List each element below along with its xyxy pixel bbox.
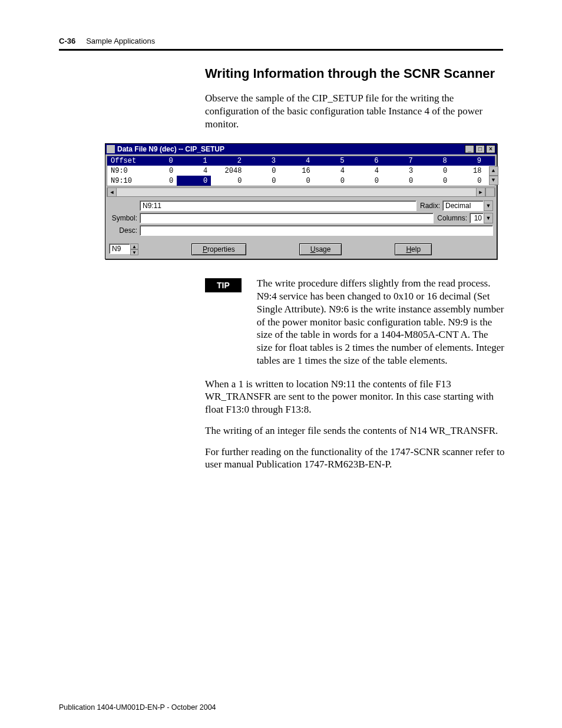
paragraph: The writing of an integer file sends the… [205, 424, 505, 437]
radix-value: Decimal [442, 200, 484, 211]
address-label [109, 202, 137, 210]
sizegrip-icon[interactable] [485, 187, 495, 197]
data-file-window: Data File N9 (dec) -- CIP_SETUP _ □ × Of… [105, 143, 497, 259]
scroll-down-icon[interactable]: ▼ [489, 176, 498, 185]
col-2: 2 [211, 156, 245, 166]
tip-text: The write procedure differs slightly fro… [257, 277, 505, 367]
grid-cell[interactable]: 0 [245, 176, 279, 186]
chevron-down-icon[interactable]: ▼ [484, 200, 493, 211]
col-5: 5 [314, 156, 348, 166]
close-button[interactable]: × [486, 145, 495, 153]
desc-field[interactable] [140, 225, 493, 236]
window-titlebar: Data File N9 (dec) -- CIP_SETUP _ □ × [105, 144, 497, 154]
maximize-button[interactable]: □ [475, 145, 485, 153]
grid-cell[interactable]: 2048 [211, 166, 245, 176]
data-grid: Offset 0 1 2 3 4 5 6 7 8 9 N9:0 0 4 [107, 156, 495, 186]
file-stepper[interactable]: N9 ▲ ▼ [109, 243, 138, 255]
col-1: 1 [177, 156, 211, 166]
radix-label: Radix: [420, 202, 440, 210]
scroll-right-icon[interactable]: ► [476, 187, 485, 197]
running-head: C-36 Sample Applications [59, 37, 503, 45]
spin-up-icon[interactable]: ▲ [130, 243, 138, 249]
properties-button[interactable]: Properties [191, 243, 246, 255]
radix-dropdown[interactable]: Decimal ▼ [442, 200, 493, 211]
grid-cell[interactable]: 0 [416, 166, 451, 176]
grid-cell[interactable]: 0 [314, 176, 348, 186]
intro-paragraph: Observe the sample of the CIP_SETUP file… [205, 92, 505, 130]
chevron-down-icon[interactable]: ▼ [484, 213, 493, 223]
app-icon [107, 145, 115, 153]
symbol-label: Symbol: [109, 214, 137, 222]
grid-cell[interactable]: 0 [143, 176, 177, 186]
grid-cell[interactable]: 4 [177, 166, 211, 176]
publication-reference: Publication 1404-UM001D-EN-P - October 2… [59, 703, 216, 711]
grid-cell[interactable]: 18 [451, 166, 485, 176]
col-6: 6 [348, 156, 382, 166]
grid-cell[interactable]: 0 [348, 176, 382, 186]
table-row: N9:0 0 4 2048 0 16 4 4 3 0 18 ▲ ▼ [107, 166, 495, 176]
grid-cell[interactable]: 0 [245, 166, 279, 176]
col-4: 4 [280, 156, 314, 166]
col-3: 3 [245, 156, 279, 166]
desc-label: Desc: [109, 226, 137, 235]
page-number: C-36 [59, 37, 75, 45]
vertical-scrollbar[interactable]: ▲ ▼ [489, 166, 498, 185]
columns-value: 10 [470, 213, 484, 223]
symbol-field[interactable] [140, 213, 434, 223]
paragraph: When a 1 is written to location N9:11 th… [205, 378, 505, 416]
grid-cell[interactable]: 4 [314, 166, 348, 176]
col-7: 7 [382, 156, 416, 166]
table-row: N9:10 0 0 0 0 0 0 0 0 0 0 [107, 176, 495, 186]
horizontal-scrollbar[interactable]: ◄ ► [107, 187, 495, 197]
spin-down-icon[interactable]: ▼ [130, 249, 138, 255]
grid-cell[interactable]: 16 [280, 166, 314, 176]
section-heading: Writing Information through the SCNR Sca… [205, 66, 503, 81]
grid-cell[interactable]: 0 [416, 176, 451, 186]
grid-cell[interactable]: 3 [382, 166, 416, 176]
columns-label: Columns: [437, 214, 467, 222]
grid-header-row: Offset 0 1 2 3 4 5 6 7 8 9 [107, 156, 495, 166]
usage-button[interactable]: Usage [299, 243, 342, 255]
columns-dropdown[interactable]: 10 ▼ [470, 213, 493, 223]
window-title: Data File N9 (dec) -- CIP_SETUP [117, 145, 464, 153]
grid-cell[interactable]: 0 [451, 176, 485, 186]
col-0: 0 [143, 156, 177, 166]
row-label: N9:10 [107, 176, 143, 186]
header-rule [59, 49, 503, 51]
col-8: 8 [416, 156, 451, 166]
grid-cell[interactable]: 0 [143, 166, 177, 176]
grid-cell-selected[interactable]: 0 [177, 176, 211, 186]
section-name: Sample Applications [86, 37, 155, 45]
scroll-up-icon[interactable]: ▲ [489, 166, 498, 176]
grid-cell[interactable]: 0 [382, 176, 416, 186]
paragraph: For further reading on the functionality… [205, 446, 505, 472]
grid-cell[interactable]: 4 [348, 166, 382, 176]
help-button[interactable]: Help [395, 243, 432, 255]
minimize-button[interactable]: _ [465, 145, 474, 153]
col-9: 9 [451, 156, 485, 166]
file-field[interactable]: N9 [109, 243, 130, 254]
address-field[interactable]: N9:11 [140, 200, 416, 211]
grid-cell[interactable]: 0 [211, 176, 245, 186]
row-label: N9:0 [107, 166, 143, 176]
scroll-left-icon[interactable]: ◄ [107, 187, 117, 197]
grid-cell[interactable]: 0 [280, 176, 314, 186]
col-offset: Offset [107, 156, 143, 166]
tip-badge: TIP [205, 278, 242, 292]
